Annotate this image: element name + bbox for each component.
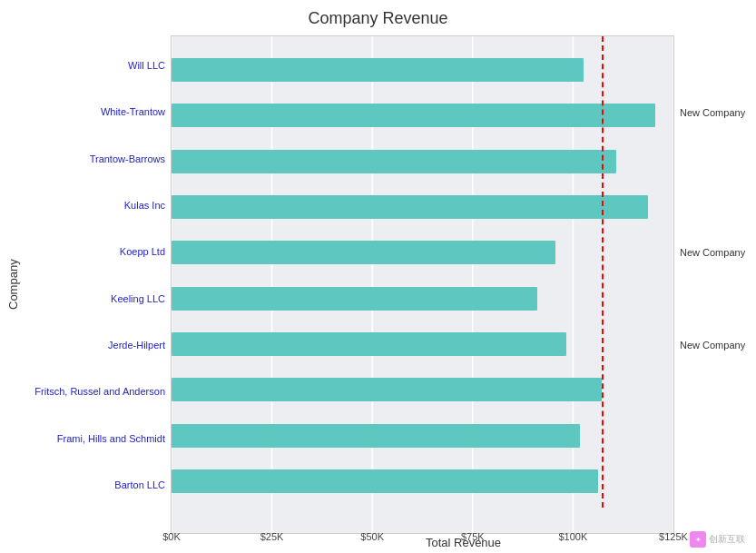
right-label: New Company — [680, 98, 747, 127]
y-label: Kulas Inc — [124, 201, 165, 211]
x-label: $50K — [372, 531, 373, 542]
x-label: $125K — [673, 531, 674, 542]
x-label: $75K — [473, 531, 474, 542]
bar — [172, 58, 584, 82]
bar-row — [172, 330, 673, 359]
bar-row — [172, 55, 673, 84]
y-label: Barton LLC — [114, 480, 165, 490]
bar — [172, 195, 648, 219]
right-label: New Company — [680, 238, 747, 267]
y-label: Fritsch, Russel and Anderson — [34, 387, 165, 397]
y-label: Jerde-Hilpert — [108, 341, 165, 351]
bar-row — [172, 101, 673, 130]
right-label — [680, 424, 747, 453]
bar — [172, 378, 602, 401]
bar — [172, 241, 555, 264]
bar-row — [172, 421, 673, 450]
bar — [172, 332, 566, 356]
chart-area: Company Will LLCWhite-TrantowTrantow-Bar… — [0, 35, 756, 534]
watermark-icon: ✦ — [690, 531, 706, 548]
bar — [172, 104, 655, 127]
y-label: White-Trantow — [101, 107, 165, 117]
bar-row — [172, 284, 673, 313]
x-label: $25K — [272, 531, 273, 542]
plot-area: $0K$25K$50K$75K$100K$125K — [171, 35, 674, 534]
right-label — [680, 470, 747, 499]
y-label: Koepp Ltd — [120, 247, 165, 257]
bar-row — [172, 147, 673, 176]
right-label — [680, 52, 747, 81]
bar — [172, 424, 580, 448]
x-label: $100K — [573, 531, 574, 542]
bar-row — [172, 238, 673, 267]
right-label — [680, 284, 747, 313]
watermark: ✦ 创新互联 — [690, 531, 745, 548]
bar — [172, 150, 616, 173]
y-axis-title: Company — [0, 35, 25, 534]
y-label: Will LLC — [128, 61, 165, 71]
bar-row — [172, 193, 673, 222]
bars-wrapper — [172, 44, 673, 508]
right-label — [680, 192, 747, 221]
chart-container: Company Revenue Company Will LLCWhite-Tr… — [0, 0, 756, 553]
x-label: $0K — [172, 531, 172, 542]
y-axis-labels: Will LLCWhite-TrantowTrantow-BarrowsKula… — [25, 35, 171, 534]
y-label: Frami, Hills and Schmidt — [57, 434, 165, 444]
bar — [172, 469, 598, 493]
right-label — [680, 144, 747, 173]
right-label: New Company — [680, 331, 747, 360]
y-label: Keeling LLC — [111, 294, 165, 304]
watermark-text: 创新互联 — [709, 533, 745, 546]
bar-row — [172, 467, 673, 496]
y-label: Trantow-Barrows — [90, 154, 165, 164]
right-label — [680, 378, 747, 407]
right-labels: New CompanyNew CompanyNew Company — [674, 35, 747, 534]
bar-row — [172, 375, 673, 404]
plot-and-right: $0K$25K$50K$75K$100K$125K New CompanyNew… — [171, 35, 747, 534]
bar — [172, 287, 537, 311]
chart-title: Company Revenue — [308, 9, 447, 28]
